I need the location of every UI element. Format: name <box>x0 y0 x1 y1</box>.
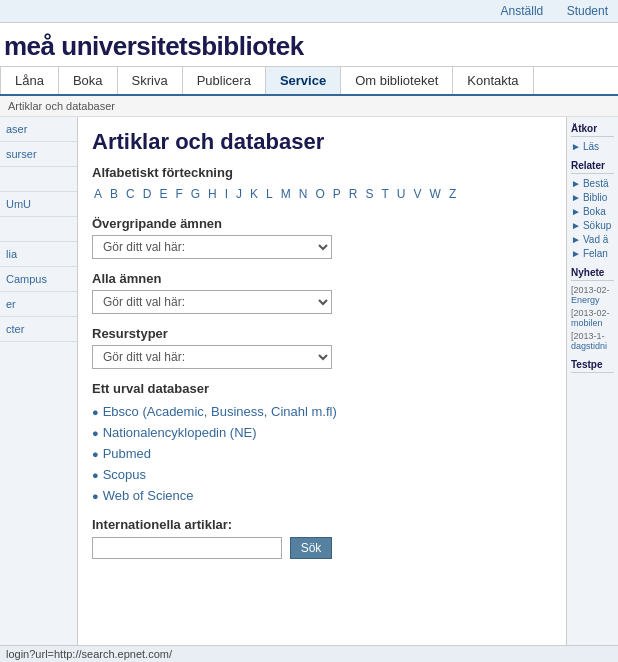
intl-label: Internationella artiklar: <box>92 517 552 532</box>
nav-om-biblioteket[interactable]: Om biblioteket <box>341 67 453 94</box>
related-besta-link[interactable]: ► Bestä <box>571 178 614 189</box>
search-input[interactable] <box>92 537 282 559</box>
list-item: ● Pubmed <box>92 446 552 461</box>
db-wos-link[interactable]: Web of Science <box>103 488 194 503</box>
atkor-title: Åtkor <box>571 123 614 137</box>
sidebar-item-aser[interactable]: aser <box>0 117 77 142</box>
alpha-label: Alfabetiskt förteckning <box>92 165 552 180</box>
play-icon-7: ► <box>571 248 581 259</box>
sidebar-item-cter[interactable]: cter <box>0 317 77 342</box>
main-content: Artiklar och databaser Alfabetiskt förte… <box>78 117 566 662</box>
db-ne-link[interactable]: Nationalencyklopedin (NE) <box>103 425 257 440</box>
sidebar-item-er[interactable]: er <box>0 292 77 317</box>
nav-skriva[interactable]: Skriva <box>118 67 183 94</box>
bullet-icon-1: ● <box>92 406 99 418</box>
sidebar-item-surser[interactable]: surser <box>0 142 77 167</box>
alpha-list: A B C D E F G H I J K L M N O P R S T U … <box>92 186 552 202</box>
all-subjects-filter: Alla ämnen Gör ditt val här: <box>92 271 552 314</box>
related-sokup-link[interactable]: ► Sökup <box>571 220 614 231</box>
alpha-B[interactable]: B <box>108 186 120 202</box>
subject-filter: Övergripande ämnen Gör ditt val här: <box>92 216 552 259</box>
sidebar-item-umu[interactable]: UmU <box>0 192 77 217</box>
db-list: ● Ebsco (Academic, Business, Cinahl m.fl… <box>92 404 552 503</box>
sidebar-item-lia[interactable]: lia <box>0 242 77 267</box>
breadcrumb: Artiklar och databaser <box>0 96 618 117</box>
alpha-D[interactable]: D <box>141 186 154 202</box>
international-search: Internationella artiklar: Sök <box>92 517 552 559</box>
related-boka-link[interactable]: ► Boka <box>571 206 614 217</box>
alpha-L[interactable]: L <box>264 186 275 202</box>
main-nav: Låna Boka Skriva Publicera Service Om bi… <box>0 66 618 96</box>
db-ebsco-link[interactable]: Ebsco (Academic, Business, Cinahl m.fl) <box>103 404 337 419</box>
news-item-1: [2013-02- Energy <box>571 285 614 305</box>
resource-types-label: Resurstyper <box>92 326 552 341</box>
news-item-2: [2013-02- mobilen <box>571 308 614 328</box>
all-subjects-select[interactable]: Gör ditt val här: <box>92 290 332 314</box>
alpha-Z[interactable]: Z <box>447 186 458 202</box>
nav-kontakta[interactable]: Kontakta <box>453 67 533 94</box>
alpha-E[interactable]: E <box>157 186 169 202</box>
right-panel: Åtkor ► Läs Relater ► Bestä ► Biblio ► B… <box>566 117 618 662</box>
alpha-C[interactable]: C <box>124 186 137 202</box>
alpha-A[interactable]: A <box>92 186 104 202</box>
all-subjects-label: Alla ämnen <box>92 271 552 286</box>
search-button[interactable]: Sök <box>290 537 333 559</box>
alpha-M[interactable]: M <box>279 186 293 202</box>
db-section-label: Ett urval databaser <box>92 381 552 396</box>
alpha-V[interactable]: V <box>412 186 424 202</box>
alpha-K[interactable]: K <box>248 186 260 202</box>
bullet-icon-5: ● <box>92 490 99 502</box>
testpe-section: Testpe <box>571 359 614 373</box>
related-title: Relater <box>571 160 614 174</box>
student-link[interactable]: Student <box>567 4 608 18</box>
alpha-P[interactable]: P <box>331 186 343 202</box>
alpha-S[interactable]: S <box>364 186 376 202</box>
news-title: Nyhete <box>571 267 614 281</box>
related-vad-link[interactable]: ► Vad ä <box>571 234 614 245</box>
nav-publicera[interactable]: Publicera <box>183 67 266 94</box>
alpha-N[interactable]: N <box>297 186 310 202</box>
alpha-R[interactable]: R <box>347 186 360 202</box>
sidebar-item-empty2 <box>0 217 77 242</box>
sidebar-item-empty1 <box>0 167 77 192</box>
alpha-H[interactable]: H <box>206 186 219 202</box>
las-link[interactable]: ► Läs <box>571 141 614 152</box>
subject-select[interactable]: Gör ditt val här: <box>92 235 332 259</box>
play-icon-2: ► <box>571 178 581 189</box>
news-section: Nyhete [2013-02- Energy [2013-02- mobile… <box>571 267 614 351</box>
alpha-O[interactable]: O <box>313 186 326 202</box>
alpha-J[interactable]: J <box>234 186 244 202</box>
resource-types-select[interactable]: Gör ditt val här: <box>92 345 332 369</box>
page-title: Artiklar och databaser <box>92 129 552 155</box>
top-bar: Anställd Student <box>0 0 618 23</box>
resource-types-filter: Resurstyper Gör ditt val här: <box>92 326 552 369</box>
list-item: ● Ebsco (Academic, Business, Cinahl m.fl… <box>92 404 552 419</box>
subject-label: Övergripande ämnen <box>92 216 552 231</box>
alpha-G[interactable]: G <box>189 186 202 202</box>
alpha-F[interactable]: F <box>173 186 184 202</box>
nav-service[interactable]: Service <box>266 67 341 94</box>
anstald-link[interactable]: Anställd <box>501 4 544 18</box>
layout: aser surser UmU lia Campus er cter Artik… <box>0 117 618 662</box>
testpe-title: Testpe <box>571 359 614 373</box>
alpha-W[interactable]: W <box>428 186 443 202</box>
db-pubmed-link[interactable]: Pubmed <box>103 446 151 461</box>
play-icon-4: ► <box>571 206 581 217</box>
status-bar: login?url=http://search.epnet.com/ <box>0 645 618 662</box>
nav-lana[interactable]: Låna <box>0 67 59 94</box>
alpha-U[interactable]: U <box>395 186 408 202</box>
list-item: ● Web of Science <box>92 488 552 503</box>
sidebar: aser surser UmU lia Campus er cter <box>0 117 78 662</box>
alpha-I[interactable]: I <box>223 186 230 202</box>
db-scopus-link[interactable]: Scopus <box>103 467 146 482</box>
nav-boka[interactable]: Boka <box>59 67 118 94</box>
sidebar-item-campus[interactable]: Campus <box>0 267 77 292</box>
bullet-icon-3: ● <box>92 448 99 460</box>
news-item-3: [2013-1- dagstidni <box>571 331 614 351</box>
play-icon-3: ► <box>571 192 581 203</box>
related-biblio-link[interactable]: ► Biblio <box>571 192 614 203</box>
alpha-T[interactable]: T <box>380 186 391 202</box>
play-icon: ► <box>571 141 581 152</box>
related-felan-link[interactable]: ► Felan <box>571 248 614 259</box>
list-item: ● Nationalencyklopedin (NE) <box>92 425 552 440</box>
